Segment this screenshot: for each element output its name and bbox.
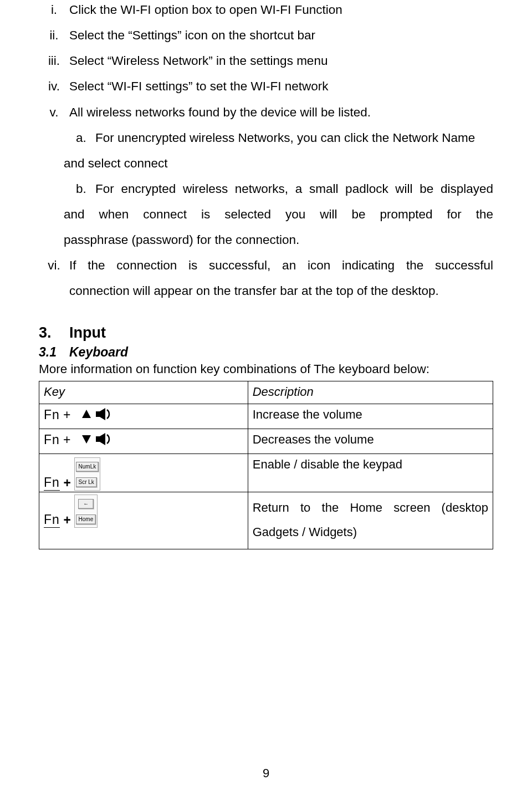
table-row: Fn + Increase the volume: [39, 404, 493, 429]
list-marker: v.: [39, 100, 69, 125]
key-cell: Fn + ← Home: [39, 492, 248, 549]
list-text-cont: passphrase (password) for the connection…: [64, 227, 493, 253]
list-item-ii: ii. Select the “Settings” icon on the sh…: [39, 23, 493, 48]
list-item-v: v. All wireless networks found by the de…: [39, 100, 493, 125]
fn-key-label: Fn: [44, 475, 60, 490]
page-number: 9: [39, 766, 493, 781]
list-text: For encrypted wireless networks, a small…: [95, 176, 493, 202]
list-marker: vi.: [39, 253, 69, 304]
list-text: Select “Wireless Network” in the setting…: [69, 48, 493, 74]
list-marker: i.: [39, 0, 69, 23]
desc-line: Return to the Home screen (desktop: [253, 496, 488, 520]
list-subitem-a: a. For unencrypted wireless Networks, yo…: [76, 125, 493, 151]
scrlk-keycap: Scr Lk: [76, 477, 97, 487]
list-text-cont: connection will appear on the transfer b…: [69, 278, 493, 304]
table-header-row: Key Description: [39, 381, 493, 404]
svg-marker-0: [82, 410, 91, 418]
list-text: For unencrypted wireless Networks, you c…: [95, 125, 493, 151]
list-marker: a.: [76, 125, 95, 151]
list-text: All wireless networks found by the devic…: [69, 100, 493, 125]
list-text: Click the WI-FI option box to open WI-FI…: [69, 0, 493, 23]
table-header-desc: Description: [248, 381, 493, 404]
triangle-down-icon: [81, 434, 92, 448]
key-cell: Fn +: [39, 404, 248, 429]
home-keycap: Home: [76, 514, 96, 524]
desc-cell: Decreases the volume: [248, 429, 493, 453]
table-row: Fn + NumLk Scr Lk Enable / disable the k…: [39, 453, 493, 492]
svg-marker-5: [100, 433, 105, 445]
desc-cell: Return to the Home screen (desktop Gadge…: [248, 492, 493, 549]
list-item-iii: iii. Select “Wireless Network” in the se…: [39, 48, 493, 74]
list-subitem-b: b. For encrypted wireless networks, a sm…: [76, 176, 493, 202]
section-heading: 3.Input: [39, 324, 493, 342]
list-text-cont: and when connect is selected you will be…: [64, 202, 493, 227]
svg-marker-3: [82, 435, 91, 444]
key-cell: Fn + NumLk Scr Lk: [39, 453, 248, 492]
plus-glyph: +: [63, 513, 70, 527]
svg-rect-1: [96, 411, 100, 417]
plus-glyph: +: [63, 476, 70, 490]
list-marker: b.: [76, 176, 95, 202]
speaker-icon: [95, 407, 114, 424]
table-row: Fn + Decreases the volume: [39, 429, 493, 453]
subsection-heading: 3.1Keyboard: [39, 345, 493, 360]
fn-key-label: Fn: [44, 512, 60, 527]
desc-line: Gadgets / Widgets): [253, 520, 488, 544]
key-cell: Fn +: [39, 429, 248, 453]
fn-key-label: Fn: [44, 407, 60, 422]
desc-cell: Increase the volume: [248, 404, 493, 429]
speaker-icon: [95, 432, 114, 449]
fn-key-label: Fn: [44, 432, 60, 447]
list-text: If the connection is successful, an icon…: [69, 253, 493, 278]
list-marker: iii.: [39, 48, 69, 74]
list-marker: ii.: [39, 23, 69, 48]
list-item-vi: vi. If the connection is successful, an …: [39, 253, 493, 304]
desc-cell: Enable / disable the keypad: [248, 453, 493, 492]
list-marker: iv.: [39, 74, 69, 99]
triangle-up-icon: [81, 409, 92, 423]
section-title: Input: [69, 324, 106, 341]
table-row: Fn + ← Home Return to the Home screen (d…: [39, 492, 493, 549]
section-number: 3.: [39, 324, 69, 342]
list-item-i: i. Click the WI-FI option box to open WI…: [39, 0, 493, 23]
arrow-left-keycap: ←: [78, 499, 94, 509]
svg-rect-4: [96, 436, 100, 442]
plus-glyph: +: [63, 407, 70, 422]
svg-marker-2: [100, 408, 105, 420]
intro-text: More information on function key combina…: [39, 362, 493, 376]
list-text-cont: and select connect: [64, 151, 493, 176]
plus-glyph: +: [63, 432, 70, 447]
keyboard-table: Key Description Fn + Increase: [39, 381, 493, 549]
subsection-title: Keyboard: [69, 345, 128, 359]
list-text: Select “WI-FI settings” to set the WI-FI…: [69, 74, 493, 99]
table-header-key: Key: [39, 381, 248, 404]
subsection-number: 3.1: [39, 345, 69, 360]
list-text: Select the “Settings” icon on the shortc…: [69, 23, 493, 48]
numlk-keycap: NumLk: [76, 462, 99, 472]
list-item-iv: iv. Select “WI-FI settings” to set the W…: [39, 74, 493, 99]
ordered-list: i. Click the WI-FI option box to open WI…: [39, 0, 493, 304]
